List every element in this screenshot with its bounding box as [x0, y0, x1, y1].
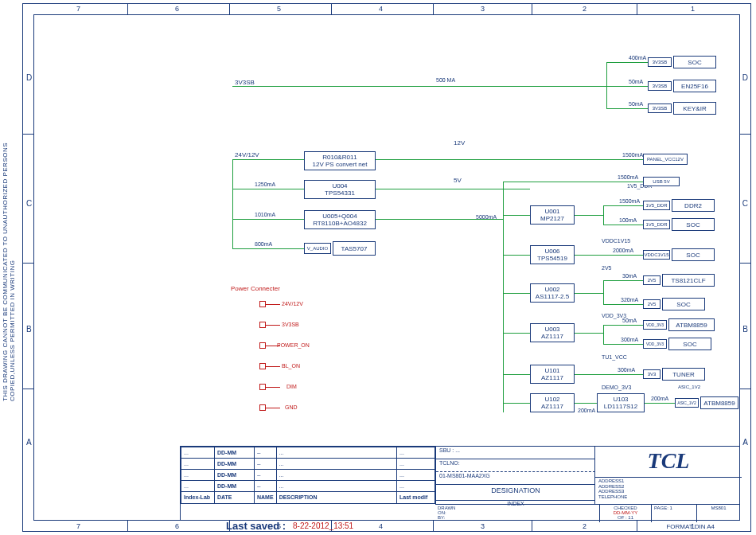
grid-row-Ar: A [742, 438, 748, 447]
rev-cell: ... [397, 458, 435, 469]
wire [606, 62, 607, 108]
wire [376, 219, 503, 220]
tag-3v3sb: 3V3SB [648, 81, 672, 91]
blk-usb5v: USB 5V [643, 177, 680, 186]
of: OF : [618, 515, 627, 520]
designation: DESIGNATION [436, 485, 595, 501]
page: PAGE: [654, 506, 668, 510]
blk-bot: AZ1117 [541, 333, 563, 340]
rail-vddc1v15: VDDC1V15 [602, 238, 630, 244]
wire [603, 205, 604, 225]
wire [503, 403, 530, 404]
addr: ADDRESS3 [598, 489, 738, 494]
wire [606, 62, 648, 63]
wire [266, 387, 280, 388]
wire [575, 374, 643, 375]
blk-top: U005+Q004 [322, 213, 357, 220]
tag: 2V5 [643, 299, 661, 309]
grid-col-b2: 2 [583, 522, 586, 530]
blk-top: U103 [613, 396, 628, 403]
grid-col-5: 5 [277, 5, 281, 13]
rail-5v: 5V [454, 177, 462, 184]
wire [232, 86, 606, 87]
blk-top: U001 [544, 208, 559, 215]
schematic-sheet: 7 6 5 4 3 2 1 7 6 5 4 3 2 1 D D C C B B … [0, 0, 756, 535]
grid-row-A: A [26, 438, 32, 447]
tag: 1V5_DDR [643, 220, 670, 229]
rev-cell: ... [397, 480, 435, 491]
wire [575, 333, 603, 334]
blk-top: U002 [544, 286, 559, 293]
tag: VDD_3V3 [643, 339, 667, 349]
tick [532, 3, 532, 14]
lbl: 1500mA [618, 174, 638, 180]
blk-bot: 12V PS convert net [313, 161, 368, 168]
rev-cell: ... [181, 480, 215, 491]
blk-soc: SOC [668, 338, 711, 350]
wire [603, 225, 643, 225]
partno: 01-MS801-MAA2XG [436, 472, 595, 485]
tick [433, 3, 434, 14]
tick [22, 389, 33, 389]
wire [376, 189, 530, 189]
conn-poweron: POWER_ON [277, 342, 310, 348]
lbl: 320mA [621, 297, 638, 303]
rail-12v: 12V [454, 139, 465, 146]
last-saved-ts: 8-22-2012_13:51 [293, 521, 353, 530]
conn-blon: BL_ON [282, 363, 300, 369]
lbl: 2000mA [613, 248, 633, 253]
lbl-500ma: 500 MA [436, 77, 455, 83]
rev-hdr: DESCRIPTION [276, 491, 396, 503]
tag-vaudio: V_AUDIO [304, 243, 331, 254]
blk-keyir: KEY&IR [673, 102, 716, 115]
rev-hdr: NAME [255, 491, 277, 503]
format: FORMAT DIN A4 [666, 523, 715, 530]
tick [22, 134, 33, 135]
wire [645, 403, 675, 404]
lbl: 50mA [629, 101, 643, 107]
wire [603, 304, 643, 305]
tick [433, 521, 434, 532]
blk-u002: U002 AS1117-2.5 [530, 283, 575, 303]
blk-panelvcc12v: PANEL_VCC12V [643, 154, 688, 165]
grid-col-b7: 7 [76, 522, 80, 530]
grid-row-D: D [26, 73, 32, 82]
wire [232, 159, 233, 248]
tick [229, 3, 230, 14]
grid-col-b3: 3 [481, 522, 485, 530]
blk-r010-r011: R010&R011 12V PS convert net [304, 151, 376, 170]
tag-3v3sb: 3V3SB [648, 103, 672, 113]
tag: VDDC1V15 [643, 250, 670, 260]
wire [503, 215, 530, 216]
rev-cell: ... [181, 447, 215, 459]
blk-bot: MP2127 [540, 215, 564, 222]
grid-col-7: 7 [76, 5, 80, 13]
of-total: 11 [628, 515, 633, 520]
rev-cell: ... [181, 469, 215, 480]
grid-col-b4: 4 [379, 522, 383, 530]
blk-soc: SOC [672, 218, 715, 231]
rail-demo3v3: DEMO_3V3 [602, 385, 631, 390]
rev-cell: -- [255, 480, 277, 491]
grid-row-B: B [26, 325, 32, 334]
conn-pad [259, 384, 266, 390]
wire [606, 108, 648, 109]
rev-cell: ... [276, 458, 396, 469]
blk-top: U101 [544, 367, 559, 374]
blk-bot: LD1117S12 [604, 403, 637, 410]
blk-ddr2: DDR2 [672, 199, 715, 212]
copyright-warning: THIS DRAWING CANNOT BE COMMUNICATED TO U… [2, 134, 16, 401]
addr: ADDRESS2 [598, 484, 738, 490]
blk-top: R010&R011 [322, 154, 357, 161]
blk-ts8121clf: TS8121CLF [662, 274, 715, 287]
lbl: 50mA [622, 318, 637, 323]
wire [575, 403, 597, 404]
conn-gnd: GND [285, 404, 298, 410]
wire [266, 325, 280, 326]
blk-bot: RT8110B+AO4832 [313, 220, 367, 227]
wire [232, 219, 304, 220]
rev-hdr: Last modif [397, 491, 435, 503]
blk-bot: TPS54519 [537, 255, 567, 262]
blk-top: U004 [332, 182, 347, 189]
wire [575, 215, 603, 216]
